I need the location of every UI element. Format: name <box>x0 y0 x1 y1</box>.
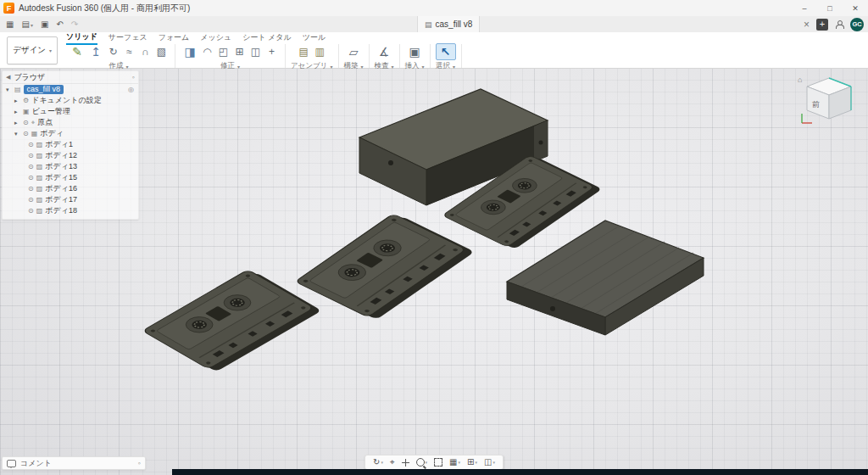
construction-plane-icon[interactable]: ▱ <box>344 44 363 59</box>
user-account-icon[interactable] <box>835 20 843 29</box>
browser-header: ◀ ブラウザ ◦ <box>3 71 138 84</box>
body-label: ボディ13 <box>45 161 77 172</box>
press-pull-icon[interactable]: ◨ <box>181 44 199 59</box>
joint-icon[interactable]: ▥ <box>312 44 328 59</box>
tab-solid[interactable]: ソリッド <box>66 31 97 45</box>
browser-body-row[interactable]: ⊙ ▨ ボディ15 <box>3 172 138 183</box>
expand-icon[interactable]: ▸ <box>14 98 20 104</box>
insert-icon[interactable]: ▣ <box>405 44 424 59</box>
visibility-eye-icon[interactable]: ⊙ <box>23 130 29 137</box>
browser-body-row[interactable]: ⊙ ▨ ボディ13 <box>3 161 138 172</box>
create-sketch-icon[interactable]: ✎ <box>68 44 86 59</box>
pan-icon[interactable] <box>402 459 409 467</box>
select-group-dropdown[interactable]: 選択▾ <box>436 61 455 71</box>
comments-options-icon[interactable]: ◦ <box>138 459 141 467</box>
visibility-eye-icon[interactable]: ⊙ <box>28 141 34 148</box>
browser-body-row[interactable]: ⊙ ▨ ボディ16 <box>3 183 138 194</box>
viewport[interactable]: ◀ ブラウザ ◦ ▾ ▤ cas_fill v8 ◎ ▸ ⚙ ドキュメントの設定… <box>0 68 868 475</box>
fit-view-icon[interactable] <box>434 458 442 467</box>
look-at-icon[interactable]: ⌖ <box>390 458 395 467</box>
browser-item-named-views[interactable]: ▸ ▣ ビュー管理 <box>3 106 138 117</box>
visibility-eye-icon[interactable]: ⊙ <box>28 196 34 204</box>
expand-icon[interactable]: ▸ <box>14 109 20 115</box>
browser-item-bodies-folder[interactable]: ▾ ⊙ ▦ ボディ <box>3 128 138 139</box>
measure-icon[interactable]: ∡ <box>375 44 393 59</box>
zoom-icon[interactable]: ▾ <box>416 458 428 467</box>
browser-body-row[interactable]: ⊙ ▨ ボディ12 <box>3 150 138 161</box>
browser-body-row[interactable]: ⊙ ▨ ボディ17 <box>3 194 138 205</box>
body-label: ボディ17 <box>45 194 77 205</box>
orbit-icon[interactable]: ↻▾ <box>373 458 383 467</box>
redo-button[interactable]: ↷ <box>71 20 78 29</box>
root-expand-icon[interactable]: ▾ <box>6 87 12 93</box>
tab-sheet-metal[interactable]: シート メタル <box>242 32 292 44</box>
visibility-eye-icon[interactable]: ⊙ <box>28 207 34 215</box>
tab-mesh[interactable]: メッシュ <box>200 32 231 44</box>
revolve-icon[interactable]: ↻ <box>105 44 121 59</box>
view-cube[interactable]: ⌂ 前 <box>797 73 860 127</box>
insert-group-dropdown[interactable]: 挿入▾ <box>405 61 425 71</box>
close-tab-icon[interactable]: × <box>804 20 810 30</box>
construct-group-dropdown[interactable]: 構築▾ <box>344 61 364 71</box>
maximize-button[interactable]: □ <box>817 0 843 16</box>
ribbon-group-insert: ▣ 挿入▾ <box>400 44 431 68</box>
assemble-group-dropdown[interactable]: アセンブリ▾ <box>291 61 333 71</box>
browser-body-row[interactable]: ⊙ ▨ ボディ1 <box>3 139 138 150</box>
tab-tools[interactable]: ツール <box>303 32 326 44</box>
create-group-dropdown[interactable]: 作成▾ <box>108 61 128 71</box>
visibility-eye-icon[interactable]: ⊙ <box>28 185 34 193</box>
viewcube-front-face[interactable]: 前 <box>812 100 820 109</box>
minimize-button[interactable]: – <box>792 0 817 16</box>
home-view-icon[interactable]: ⌂ <box>798 75 802 84</box>
expanded-icon[interactable]: ▾ <box>14 131 20 137</box>
tab-surface[interactable]: サーフェス <box>108 32 147 44</box>
document-root-label[interactable]: cas_fill v8 <box>24 85 64 94</box>
grid-settings-icon[interactable]: ⊞▾ <box>467 458 477 467</box>
primitive-box-icon[interactable]: ▧ <box>153 44 170 59</box>
model-cassette-lower-left[interactable] <box>142 269 322 373</box>
visibility-eye-icon[interactable]: ⊙ <box>28 163 34 170</box>
loft-icon[interactable]: ∩ <box>137 44 153 59</box>
browser-root-row[interactable]: ▾ ▤ cas_fill v8 ◎ <box>3 84 138 95</box>
display-settings-icon[interactable]: ▦▾ <box>449 458 460 467</box>
document-icon: ▤ <box>14 86 21 93</box>
browser-collapse-icon[interactable]: ◀ <box>6 74 10 81</box>
comments-label: コメント <box>20 458 52 469</box>
inspect-group-dropdown[interactable]: 検査▾ <box>375 61 394 71</box>
tab-form[interactable]: フォーム <box>159 32 190 44</box>
visibility-eye-icon[interactable]: ⊙ <box>28 152 34 159</box>
extrude-icon[interactable]: ↥ <box>86 44 105 59</box>
browser-item-document-settings[interactable]: ▸ ⚙ ドキュメントの設定 <box>3 95 138 106</box>
workspace-selector[interactable]: デザイン ▾ <box>7 36 58 64</box>
browser-body-row[interactable]: ⊙ ▨ ボディ18 <box>3 205 138 216</box>
comments-bar[interactable]: コメント ◦ <box>2 456 146 470</box>
create-caret-icon: ▾ <box>125 64 128 70</box>
visibility-eye-icon[interactable]: ⊙ <box>28 174 34 182</box>
app-grid-menu-icon[interactable]: ▦ <box>6 20 14 29</box>
new-tab-button[interactable]: + <box>816 19 828 31</box>
viewports-icon[interactable]: ◫▾ <box>484 458 495 467</box>
move-copy-icon[interactable]: + <box>264 44 280 59</box>
file-menu-icon[interactable]: ▤▾ <box>21 20 32 29</box>
modify-group-dropdown[interactable]: 修正▾ <box>220 61 240 71</box>
select-tool-icon[interactable]: ↖ <box>436 43 456 60</box>
combine-icon[interactable]: ⊞ <box>231 44 248 59</box>
browser-item-origin[interactable]: ▸ ⊙ ⌖ 原点 <box>3 117 138 128</box>
model-wedge-stand[interactable] <box>507 221 704 335</box>
model-cassette-center[interactable] <box>295 213 475 321</box>
visibility-eye-icon[interactable]: ⊙ <box>23 119 29 126</box>
expand-icon[interactable]: ▸ <box>14 120 20 126</box>
sweep-icon[interactable]: ≈ <box>121 44 137 59</box>
shell-icon[interactable]: ◰ <box>215 44 231 59</box>
browser-options-icon[interactable]: ◦ <box>132 73 135 81</box>
body-label: ボディ15 <box>45 172 77 183</box>
profile-avatar[interactable]: GC <box>850 18 864 31</box>
document-tab[interactable]: ▤ cas_fill v8 <box>417 16 480 32</box>
fillet-icon[interactable]: ◠ <box>199 44 215 59</box>
active-document-radio-icon[interactable]: ◎ <box>128 86 134 93</box>
undo-button[interactable]: ↶ <box>56 20 63 29</box>
split-body-icon[interactable]: ◫ <box>248 44 264 59</box>
close-window-button[interactable]: ✕ <box>843 0 868 16</box>
save-button[interactable]: ▣ <box>41 20 48 29</box>
new-component-icon[interactable]: ▤ <box>296 44 312 59</box>
